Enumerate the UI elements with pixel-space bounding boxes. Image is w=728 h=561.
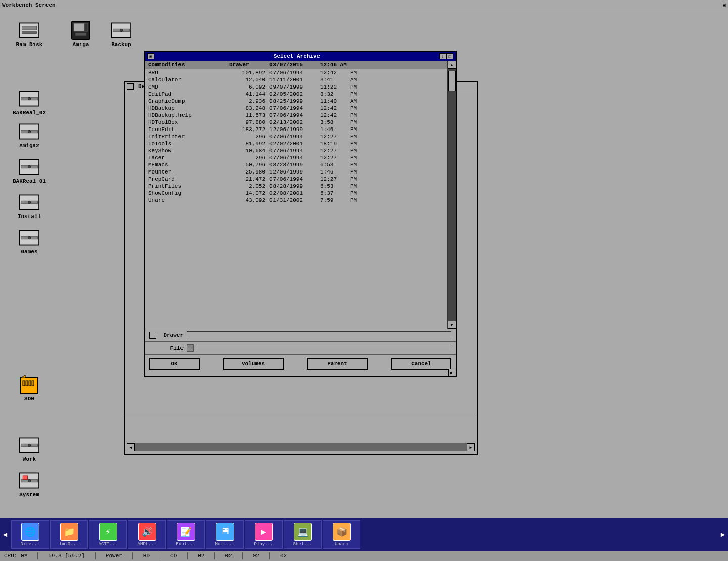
- dialog-title: Select Archive: [154, 53, 439, 59]
- sep7: [242, 552, 243, 559]
- file-entry[interactable]: Mounter 25,980 12/06/1999 1:46 PM: [145, 168, 447, 176]
- file-entry[interactable]: CMD 6,092 09/07/1999 11:22 PM: [145, 83, 447, 91]
- tb-label-unarc: Unarc: [335, 542, 348, 547]
- taskbar-item-dire[interactable]: 🌐 Dire...: [11, 520, 49, 549]
- file-ampm: PM: [350, 119, 366, 125]
- sd0-icon: [19, 374, 39, 395]
- svg-rect-30: [23, 476, 27, 479]
- volumes-button[interactable]: Volumes: [223, 358, 284, 370]
- svg-point-12: [28, 97, 30, 100]
- file-label: File: [158, 345, 184, 351]
- bakreal-02-icon: [19, 89, 39, 109]
- file-entry[interactable]: Lacer 296 07/06/1994 12:27 PM: [145, 154, 447, 161]
- file-date: 07/06/1994: [269, 112, 320, 118]
- drawer-input[interactable]: [187, 331, 451, 339]
- file-size: 12,040: [229, 77, 269, 83]
- dialog-resize-btn[interactable]: ↕: [439, 53, 446, 59]
- desktop: Ram Disk Amiga Backup: [0, 10, 728, 561]
- parent-button[interactable]: Parent: [307, 358, 368, 370]
- file-entry[interactable]: IoTools 81,992 02/02/2001 18:19 PM: [145, 140, 447, 147]
- file-date: 02/05/2002: [269, 91, 320, 97]
- icon-work[interactable]: Work: [9, 435, 50, 462]
- icon-amiga[interactable]: Amiga: [61, 20, 101, 48]
- taskbar-item-shel[interactable]: 💻 Shel...: [284, 520, 322, 549]
- file-ampm: PM: [350, 183, 366, 189]
- taskbar-item-ampl[interactable]: 🔊 AMPL...: [128, 520, 166, 549]
- file-entry[interactable]: GraphicDump 2,936 08/25/1999 11:40 AM: [145, 98, 447, 105]
- bg-window-close[interactable]: [127, 83, 134, 90]
- svg-rect-34: [23, 381, 25, 386]
- icon-system[interactable]: System: [9, 470, 50, 498]
- drawer-checkbox[interactable]: [149, 332, 156, 339]
- file-date: 11/11/2001: [269, 77, 320, 83]
- icon-amiga2[interactable]: Amiga2: [9, 121, 50, 149]
- file-entry[interactable]: PrepCard 21,472 07/06/1994 12:27 PM: [145, 176, 447, 183]
- icon-games[interactable]: Games: [9, 228, 50, 255]
- work-icon: [19, 435, 39, 455]
- taskbar-item-mult[interactable]: 🖥 Mult...: [206, 520, 244, 549]
- icon-bakreal-02[interactable]: BAKReal_02: [9, 89, 50, 116]
- taskbar-item-unarc[interactable]: 📦 Unarc: [323, 520, 360, 549]
- file-date: 12/06/1999: [269, 126, 320, 133]
- amiga-icon: [71, 20, 91, 40]
- file-ampm: PM: [350, 176, 366, 182]
- scroll-down-btn[interactable]: ▼: [448, 321, 456, 329]
- file-date: 07/06/1994: [269, 105, 320, 111]
- file-entry[interactable]: KeyShow 10,684 07/06/1994 12:27 PM: [145, 147, 447, 154]
- file-name: GraphicDump: [148, 98, 229, 104]
- file-entry[interactable]: IconEdit 183,772 12/06/1999 1:46 PM: [145, 126, 447, 133]
- file-entry[interactable]: BRU 101,892 07/06/1994 12:42 PM: [145, 69, 447, 76]
- titlebar-resize[interactable]: ▣: [723, 2, 726, 8]
- icon-bakreal-01[interactable]: BAKReal_01: [9, 157, 50, 184]
- file-ampm: PM: [350, 169, 366, 175]
- file-time: 3:58: [320, 119, 350, 125]
- file-time: 12:42: [320, 70, 350, 76]
- taskbar-item-fm0[interactable]: 📁 fm.0...: [50, 520, 88, 549]
- file-entry[interactable]: ShowConfig 14,072 02/08/2001 5:37 PM: [145, 190, 447, 197]
- file-input[interactable]: [196, 344, 451, 352]
- file-name: PrepCard: [148, 176, 229, 182]
- taskbar-item-play[interactable]: ▶ Play...: [245, 520, 283, 549]
- dialog-close-btn[interactable]: ▣: [147, 53, 154, 59]
- bakreal-01-label: BAKReal_01: [13, 178, 46, 184]
- svg-point-15: [28, 130, 30, 133]
- tb-icon-play: ▶: [255, 523, 273, 541]
- taskbar-left-arrow[interactable]: ◀: [0, 518, 10, 551]
- dialog-zoom-btn[interactable]: □: [446, 53, 453, 59]
- icon-sd0[interactable]: SD0: [9, 374, 50, 402]
- resize-handle[interactable]: ▪: [448, 369, 456, 376]
- icon-install[interactable]: Install: [9, 192, 50, 220]
- tb-icon-ampl: 🔊: [138, 523, 156, 541]
- file-entry[interactable]: HDToolBox 97,880 02/13/2002 3:58 PM: [145, 119, 447, 126]
- file-entry[interactable]: MEmacs 50,796 08/28/1999 6:53 PM: [145, 161, 447, 168]
- taskbar-items: 🌐 Dire... 📁 fm.0... ⚡ ACTI... 🔊 AMPL... …: [10, 518, 718, 551]
- file-entry[interactable]: PrintFiles 2,052 08/28/1999 6:53 PM: [145, 183, 447, 190]
- file-entry[interactable]: Calculator 12,040 11/11/2001 3:41 AM: [145, 76, 447, 83]
- file-entry[interactable]: EditPad 41,144 02/05/2002 8:32 PM: [145, 91, 447, 98]
- dialog-titlebar: ▣ Select Archive ↕ □: [145, 52, 456, 61]
- file-size: 14,072: [229, 190, 269, 196]
- file-time: 12:27: [320, 148, 350, 154]
- file-entry[interactable]: HDBackup 83,248 07/06/1994 12:42 PM: [145, 105, 447, 112]
- tb-label-play: Play...: [254, 542, 274, 547]
- file-size: 43,092: [229, 197, 269, 203]
- taskbar-item-acti[interactable]: ⚡ ACTI...: [89, 520, 127, 549]
- scroll-right-btn[interactable]: ▶: [467, 443, 475, 451]
- file-entry[interactable]: HDBackup.help 11,573 07/06/1994 12:42 PM: [145, 112, 447, 119]
- svg-rect-37: [32, 381, 34, 386]
- num1-status: 02: [198, 553, 204, 559]
- svg-point-31: [28, 479, 30, 482]
- ok-button[interactable]: OK: [149, 358, 200, 370]
- icon-ram-disk[interactable]: Ram Disk: [9, 20, 50, 48]
- tb-label-mult: Mult...: [215, 542, 235, 547]
- cancel-button[interactable]: Cancel: [391, 358, 451, 370]
- scroll-left-btn[interactable]: ◀: [127, 443, 135, 451]
- taskbar-right-arrow[interactable]: ▶: [718, 518, 728, 551]
- file-entry[interactable]: Unarc 43,092 01/31/2002 7:59 PM: [145, 197, 447, 204]
- scroll-up-btn[interactable]: ▲: [448, 61, 456, 69]
- tb-icon-acti: ⚡: [99, 523, 117, 541]
- taskbar-item-edit[interactable]: 📝 Edit...: [167, 520, 205, 549]
- icon-backup[interactable]: Backup: [101, 20, 142, 48]
- file-date: 08/25/1999: [269, 98, 320, 104]
- file-entry[interactable]: InitPrinter 296 07/06/1994 12:27 PM: [145, 133, 447, 140]
